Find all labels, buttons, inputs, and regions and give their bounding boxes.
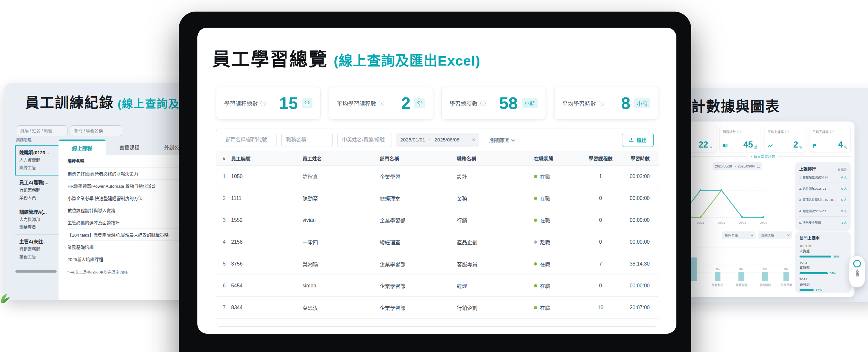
department-cell: 企業學習: [380, 172, 457, 180]
dept-rate-bar-row: 17%: [800, 288, 846, 292]
table-row[interactable]: 53756吳湘瑜企業學習部客服專員在職738:14:30: [216, 253, 658, 275]
employee-role: 業務人員: [19, 194, 61, 201]
column-header: 員工姓名: [303, 155, 380, 162]
job-title-cell: 客服專員: [457, 260, 534, 268]
table-row[interactable]: 65454simon企業學習部經理在職000:00:00: [216, 275, 658, 297]
department-cell: 企業學習部: [380, 216, 457, 224]
employee-sidebar: 業務助理 陳曉明(0123...人力資源部訓練主管員工A(離職)...行銷業務部…: [15, 137, 62, 264]
learning-hours-cell: 00:00:00: [625, 239, 650, 245]
table-row[interactable]: 11050許瑄真企業學習設計在職100:02:00: [216, 165, 658, 187]
stat-value: 2: [401, 95, 410, 111]
employee-id-cell: 8344: [231, 305, 303, 311]
mini-stat-bottom: 45堂: [723, 140, 758, 149]
table-row[interactable]: 42158一零四總經理室產品企劃離職000:00:00: [216, 231, 658, 253]
clear-date-icon[interactable]: ✕: [472, 137, 475, 142]
chart-date-from: 2025/08/28: [715, 164, 732, 168]
employee-list-item[interactable]: 陳曉明(0123...人力資源部訓練主管: [15, 146, 62, 175]
tab-2[interactable]: 直播課程: [106, 139, 153, 155]
page-title-text: 員工學習總覽: [212, 49, 328, 69]
svg-text:09/01: 09/01: [697, 221, 704, 224]
dept-rate-bar: [800, 289, 814, 291]
info-icon[interactable]: [785, 130, 788, 133]
info-icon[interactable]: [260, 101, 266, 106]
stat-label: 學習總時數: [450, 99, 478, 107]
status-dot: [534, 284, 537, 287]
status-label: 在職: [540, 282, 550, 289]
info-icon[interactable]: [480, 101, 486, 106]
info-icon[interactable]: [830, 130, 834, 133]
left-panel-title-text: 員工訓練紀錄: [25, 95, 114, 110]
date-range-picker[interactable]: 2025/01/01 ~ 2025/08/08 ✕: [396, 133, 479, 147]
stat-card: 學習課程總數15堂: [216, 87, 320, 120]
info-icon[interactable]: [379, 101, 384, 106]
employee-id-cell: 1552: [231, 217, 303, 223]
stat-label: 學習課程總數: [224, 99, 258, 107]
ranking-item-name: 1. 實體站位測試0814: [799, 175, 828, 180]
ranking-item[interactable]: 2. 站位測試0918-016 人: [799, 183, 847, 194]
dept-rate-bar: [800, 272, 828, 274]
dept-filter-input[interactable]: [221, 133, 277, 147]
table-row[interactable]: 78344葉恩汝企業學習部行銷企劃在職1020:07:00: [216, 297, 658, 319]
left-panel-title: 員工訓練紀錄(線上查詢及匯出: [25, 91, 203, 112]
employee-id-cell: 1111: [231, 195, 303, 201]
name-filter-input[interactable]: [337, 133, 392, 147]
svg-text:軟體管理: 軟體管理: [736, 283, 747, 287]
collapse-charts-toggle[interactable]: ∧ 每日學習時數: [750, 154, 775, 159]
tab-1[interactable]: 線上課程: [59, 139, 106, 155]
mini-stat-label: 課程總數: [723, 129, 736, 134]
date-to: 2025/08/08: [435, 137, 460, 143]
filter-row: 2025/01/01 ~ 2025/08/08 ✕ 進階篩選 匯出: [216, 129, 658, 151]
job-title-select[interactable]: 職務名稱: [758, 231, 792, 239]
book-icon: [723, 143, 728, 149]
see-more-link[interactable]: 看更多: [837, 167, 847, 171]
employee-list-item[interactable]: 主管A(未註...行銷業務部業務主管: [15, 235, 62, 264]
date-from: 2025/01/01: [400, 137, 425, 143]
mini-stat-label: 平均上課率: [768, 129, 784, 134]
course-count-cell: 0: [577, 195, 625, 201]
bar-chart-filters: 部門名稱 職務名稱: [722, 231, 792, 239]
advanced-filter-label: 進階篩選: [489, 136, 509, 143]
employee-id-cell: 1050: [231, 173, 303, 180]
dept-rate-pct: 38%: [833, 255, 839, 258]
row-number: 7: [223, 305, 231, 311]
column-header: 部門名稱: [380, 155, 457, 162]
mini-stat-top: 平均完課率: [813, 129, 847, 134]
ranking-item[interactable]: 5. 消防安全訓練4 人: [799, 217, 847, 228]
ranking-item-count: 6 人: [839, 175, 847, 180]
status-dot: [534, 175, 537, 178]
collapse-charts-row: ∧ 每日學習時數: [675, 154, 850, 159]
advanced-filter-button[interactable]: 進階篩選: [489, 136, 515, 143]
employee-list-item[interactable]: 員工A(離職)...行銷業務部業務人員: [15, 175, 62, 205]
export-button[interactable]: 匯出: [622, 133, 654, 147]
class-ranking-card: 上課排行 看更多 1. 實體站位測試08146 人2. 站位測試0918-016…: [795, 162, 850, 231]
ranking-item[interactable]: 3. 實體站位測試1015-01(已申請)6 人: [799, 194, 847, 205]
stat-unit: 小時: [522, 98, 538, 108]
department-select[interactable]: 部門名稱: [722, 231, 755, 239]
ranking-item[interactable]: 4. 站位測試0814-025 人: [799, 205, 847, 217]
employee-id-cell: 3756: [231, 261, 303, 267]
department-rate-card: 部門上課率 TOP1人資處38%TOP2客服部34%TOP3研發處17%: [795, 231, 850, 293]
table-row[interactable]: 31552vivian企業學習部行銷在職000:00:00: [216, 209, 658, 231]
role-filter-input[interactable]: [281, 133, 333, 147]
department-search-input[interactable]: [71, 125, 122, 136]
column-header: 學習課程數: [577, 155, 625, 162]
employee-search-input[interactable]: [17, 125, 67, 136]
ranking-item-count: 5 人: [839, 209, 847, 213]
crown-icon: [808, 244, 812, 248]
table-row[interactable]: 21111陳勁至總經理室業務在職000:00:00: [216, 187, 658, 209]
calendar-icon: [757, 165, 760, 168]
chart-date-range-picker[interactable]: 2025/08/28 ~ 2025/09/04: [713, 162, 762, 170]
column-header: 職務名稱: [457, 155, 534, 162]
upload-icon: [629, 137, 634, 142]
svg-text:5%: 5%: [715, 268, 719, 271]
ranking-item[interactable]: 1. 實體站位測試08146 人: [799, 172, 847, 183]
info-icon[interactable]: [737, 130, 741, 133]
svg-text:通路服務: 通路服務: [760, 283, 771, 287]
info-icon[interactable]: [598, 101, 604, 106]
svg-text:09/03: 09/03: [739, 221, 746, 224]
mini-stat-top: 課程總數: [723, 129, 758, 134]
row-number: 1: [223, 173, 231, 180]
employee-list-item[interactable]: 訓練管理A(...人力資源部訓練專員: [15, 205, 62, 235]
horizontal-scrollbar[interactable]: [16, 270, 57, 273]
floating-support-button[interactable]: 客服: [849, 256, 865, 287]
